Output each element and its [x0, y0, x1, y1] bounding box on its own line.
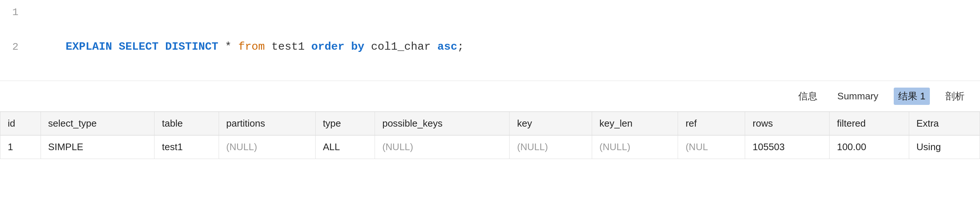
line-number-2: 2	[0, 41, 26, 53]
code-col: col1_char	[364, 41, 437, 53]
results-table: idselect_typetablepartitionstypepossible…	[0, 112, 980, 159]
line-number-1: 1	[0, 6, 26, 18]
results-table-container: idselect_typetablepartitionstypepossible…	[0, 112, 980, 159]
table-header-cell: table	[154, 112, 219, 135]
keyword-from: from	[238, 41, 265, 53]
table-cell: (NULL)	[219, 135, 315, 159]
editor-area: 1 2 EXPLAIN SELECT DISTINCT * from test1…	[0, 0, 980, 81]
table-cell: 100.00	[829, 135, 909, 159]
table-header-cell: id	[0, 112, 41, 135]
table-header-cell: partitions	[219, 112, 315, 135]
table-header-cell: type	[315, 112, 375, 135]
keyword-explain: EXPLAIN SELECT DISTINCT	[66, 41, 218, 53]
table-header-cell: select_type	[41, 112, 154, 135]
code-line-2: 2 EXPLAIN SELECT DISTINCT * from test1 o…	[0, 21, 980, 73]
keyword-order-by: order by	[311, 41, 364, 53]
table-header-cell: possible_keys	[375, 112, 509, 135]
summary-button[interactable]: Summary	[833, 88, 883, 104]
table-cell: SIMPLE	[41, 135, 154, 159]
info-button[interactable]: 信息	[794, 88, 822, 105]
table-row: 1SIMPLEtest1(NULL)ALL(NULL)(NULL)(NULL)(…	[0, 135, 980, 159]
table-body: 1SIMPLEtest1(NULL)ALL(NULL)(NULL)(NULL)(…	[0, 135, 980, 159]
table-cell: (NUL	[678, 135, 745, 159]
table-cell: 1	[0, 135, 41, 159]
result-button[interactable]: 结果 1	[894, 88, 930, 105]
code-table: test1	[265, 41, 311, 53]
table-cell: (NULL)	[509, 135, 592, 159]
table-cell: 105503	[745, 135, 830, 159]
table-cell: (NULL)	[592, 135, 678, 159]
code-line-1: 1	[0, 4, 980, 21]
code-semi: ;	[457, 41, 464, 53]
table-header-row: idselect_typetablepartitionstypepossible…	[0, 112, 980, 135]
table-header-cell: ref	[678, 112, 745, 135]
table-cell: test1	[154, 135, 219, 159]
table-header-cell: key_len	[592, 112, 678, 135]
keyword-asc: asc	[437, 41, 457, 53]
table-cell: ALL	[315, 135, 375, 159]
table-header-cell: rows	[745, 112, 830, 135]
table-header-cell: Extra	[909, 112, 980, 135]
table-cell: (NULL)	[375, 135, 509, 159]
table-header-cell: filtered	[829, 112, 909, 135]
table-header-cell: key	[509, 112, 592, 135]
toolbar: 信息 Summary 结果 1 剖析	[0, 81, 980, 112]
table-cell: Using	[909, 135, 980, 159]
code-star: *	[218, 41, 238, 53]
code-content-2: EXPLAIN SELECT DISTINCT * from test1 ord…	[26, 22, 464, 72]
analyze-button[interactable]: 剖析	[941, 88, 969, 105]
table-header: idselect_typetablepartitionstypepossible…	[0, 112, 980, 135]
